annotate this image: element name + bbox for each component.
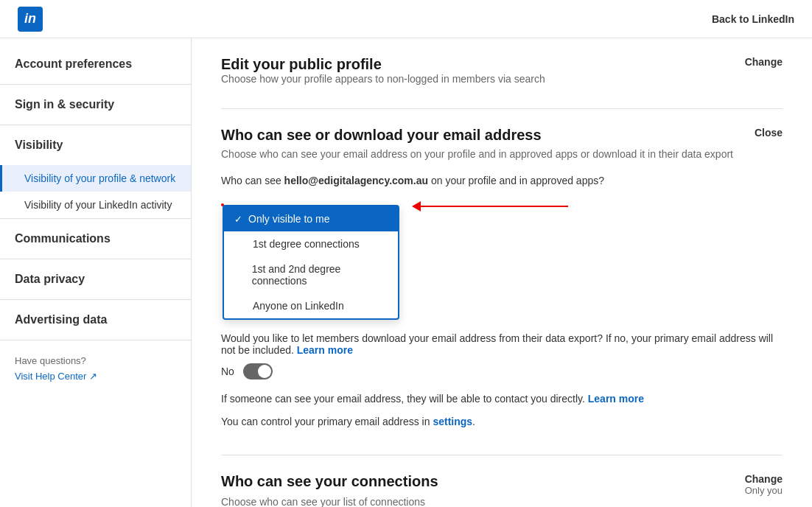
who-can-see-question: Who can see hello@edigitalagency.com.au … <box>221 175 783 186</box>
email-section-close-btn[interactable]: Close <box>755 127 783 139</box>
public-profile-title-group: Edit your public profile Choose how your… <box>221 56 545 85</box>
connections-current-value: Only you <box>745 485 783 496</box>
settings-period: . <box>472 416 475 427</box>
settings-text-row: You can control your primary email addre… <box>221 414 783 430</box>
download-toggle[interactable] <box>243 363 273 380</box>
linkedin-logo: in <box>18 7 43 32</box>
sidebar-section-sign-in: Sign in & security <box>0 85 191 125</box>
email-section-header: Who can see or download your email addre… <box>221 127 783 144</box>
sidebar-section-account: Account preferences <box>0 44 191 85</box>
sidebar-item-visibility[interactable]: Visibility <box>0 125 191 165</box>
learn-more-link-1[interactable]: Learn more <box>297 344 353 356</box>
arrow-line <box>421 206 568 207</box>
dropdown-red-box: ✓ Only visible to me 1st degree connecti… <box>221 203 224 206</box>
connections-action-group: Change Only you <box>745 473 783 496</box>
sidebar-item-communications[interactable]: Communications <box>0 219 191 259</box>
email-section-title: Who can see or download your email addre… <box>221 127 542 144</box>
option-label-only-me: Only visible to me <box>248 213 329 225</box>
top-nav: in Back to LinkedIn <box>0 0 812 38</box>
connections-change-btn[interactable]: Change <box>745 473 783 485</box>
visit-help-center-link[interactable]: Visit Help Center ↗ <box>15 371 176 382</box>
dropdown-option-1st-degree[interactable]: 1st degree connections <box>224 231 398 256</box>
public-profile-desc: Choose how your profile appears to non-l… <box>221 73 545 85</box>
toggle-row: No <box>221 363 783 380</box>
dropdown-option-anyone[interactable]: Anyone on LinkedIn <box>224 293 398 318</box>
sidebar-section-data-privacy: Data privacy <box>0 259 191 300</box>
check-icon: ✓ <box>234 214 242 225</box>
sidebar-section-communications: Communications <box>0 219 191 259</box>
toggle-knob <box>258 365 271 378</box>
sidebar-item-account-preferences[interactable]: Account preferences <box>0 44 191 84</box>
public-profile-header: Edit your public profile Choose how your… <box>221 56 783 85</box>
question-prefix: Who can see <box>221 175 281 186</box>
sidebar-item-sign-in-security[interactable]: Sign in & security <box>0 85 191 125</box>
sidebar-section-visibility: Visibility Visibility of your profile & … <box>0 125 191 219</box>
contact-info-text: If someone can see your email address, t… <box>221 391 783 407</box>
main-layout: Account preferences Sign in & security V… <box>0 38 812 507</box>
connections-section: Who can see your connections Change Only… <box>221 455 783 507</box>
dropdown-option-only-me[interactable]: ✓ Only visible to me <box>224 206 398 231</box>
dropdown-annotation-wrapper: ✓ Only visible to me 1st degree connecti… <box>221 197 783 209</box>
sidebar: Account preferences Sign in & security V… <box>0 38 192 507</box>
sidebar-item-advertising-data[interactable]: Advertising data <box>0 300 191 340</box>
sidebar-section-advertising: Advertising data <box>0 300 191 340</box>
question-suffix: on your profile and in approved apps? <box>431 175 604 186</box>
contact-info-content: If someone can see your email address, t… <box>221 393 585 405</box>
app-container: in Back to LinkedIn Account preferences … <box>0 0 812 507</box>
main-content: Edit your public profile Choose how your… <box>192 38 812 507</box>
learn-more-link-2[interactable]: Learn more <box>588 393 644 405</box>
download-question: Would you like to let members download y… <box>221 332 783 356</box>
option-label-anyone: Anyone on LinkedIn <box>253 300 344 312</box>
visibility-dropdown[interactable]: ✓ Only visible to me 1st degree connecti… <box>223 205 399 320</box>
sidebar-item-visibility-profile-network[interactable]: Visibility of your profile & network <box>0 165 191 192</box>
email-section-desc: Choose who can see your email address on… <box>221 148 783 160</box>
settings-link[interactable]: settings <box>433 416 472 427</box>
sidebar-help-question: Have questions? <box>15 355 176 366</box>
sidebar-help: Have questions? Visit Help Center ↗ <box>0 340 191 396</box>
back-to-linkedin-link[interactable]: Back to LinkedIn <box>712 13 794 25</box>
external-link-icon: ↗ <box>89 371 97 382</box>
public-profile-title: Edit your public profile <box>221 56 545 73</box>
email-section: Who can see or download your email addre… <box>221 109 783 455</box>
option-label-1st-2nd-degree: 1st and 2nd degree connections <box>252 263 388 287</box>
option-label-1st-degree: 1st degree connections <box>253 238 360 250</box>
sidebar-item-visibility-linkedin-activity[interactable]: Visibility of your LinkedIn activity <box>0 192 191 218</box>
public-profile-section: Edit your public profile Choose how your… <box>221 38 783 109</box>
sidebar-item-data-privacy[interactable]: Data privacy <box>0 259 191 299</box>
settings-link-label: settings <box>433 416 472 427</box>
public-profile-change-btn[interactable]: Change <box>745 56 783 68</box>
connections-desc: Choose who can see your list of connecti… <box>221 496 783 507</box>
connections-title: Who can see your connections <box>221 473 438 490</box>
settings-text-prefix: You can control your primary email addre… <box>221 416 430 427</box>
dropdown-option-1st-2nd-degree[interactable]: 1st and 2nd degree connections <box>224 256 398 293</box>
email-address: hello@edigitalagency.com.au <box>284 175 428 186</box>
help-center-label: Visit Help Center <box>15 371 86 382</box>
toggle-label: No <box>221 366 234 377</box>
learn-more-2-label: Learn more <box>588 393 644 405</box>
connections-header: Who can see your connections Change Only… <box>221 473 783 496</box>
connections-title-group: Who can see your connections <box>221 473 438 490</box>
